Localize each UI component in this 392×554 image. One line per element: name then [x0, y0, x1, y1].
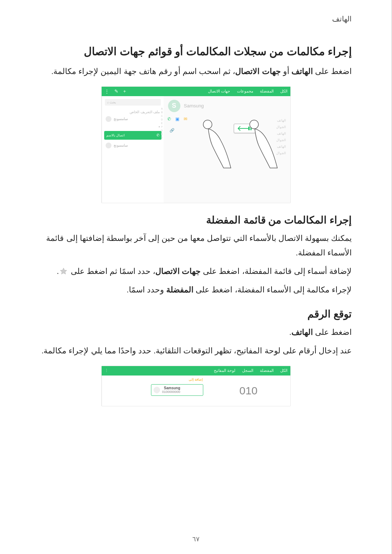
tab-favorites[interactable]: المفضلة	[260, 89, 274, 94]
prediction-pane: إضافة إلى Samsung 0100000000	[102, 376, 207, 406]
tab-keypad[interactable]: لوحة المفاتيح	[214, 368, 235, 373]
para-call-favorite: لإجراء مكالمة إلى الأسماء المفضلة، اضغط …	[40, 283, 352, 297]
bold-phone: الهاتف	[291, 328, 313, 337]
text: اضغط على	[313, 67, 352, 76]
screenshot-contacts: الكل المفضلة مجموعات جهات الاتصال + ✎ ⋮ …	[101, 86, 291, 203]
svg-rect-0	[248, 127, 250, 130]
tab-favorites[interactable]: المفضلة	[260, 368, 274, 373]
list-item[interactable]: سامسونج	[102, 141, 164, 150]
para-tap-phone: اضغط على الهاتف.	[40, 325, 352, 340]
text: .	[57, 267, 59, 276]
figure-contacts-swipe: الكل المفضلة مجموعات جهات الاتصال + ✎ ⋮ …	[40, 86, 352, 203]
text: وحدد اسمًا.	[127, 285, 166, 294]
list-group-label: ملف التعريف الخاص	[102, 108, 164, 115]
screenshot-body: Samsung S ☆ ✉ ▣ ✆ 🔗 الهاتف الجوال الهاتف…	[102, 96, 290, 203]
text: لإضافة أسماء إلى قائمة المفضلة، اضغط على	[201, 267, 352, 276]
avatar	[106, 116, 111, 122]
app-top-bar: الكل المفضلة مجموعات جهات الاتصال + ✎ ⋮	[102, 87, 290, 96]
page: الهاتف إجراء مكالمات من سجلات المكالمات …	[0, 0, 392, 554]
link-icon[interactable]: 🔗	[170, 128, 175, 133]
list-item[interactable]: سامسونج	[102, 115, 164, 123]
search-input[interactable]: بحث ⌕	[105, 99, 161, 106]
edit-icon[interactable]: ✎	[114, 89, 118, 94]
swipe-label: اتصال بالاسم	[106, 134, 125, 137]
chapter-label: الهاتف	[40, 15, 352, 25]
search-placeholder: بحث	[110, 100, 116, 104]
add-icon[interactable]: +	[123, 89, 126, 94]
bold-contacts: جهات الاتصال	[235, 67, 281, 76]
tab-log[interactable]: السجل	[242, 368, 253, 373]
bold-contacts: جهات الاتصال	[155, 267, 201, 276]
contact-detail-pane: Samsung S ☆ ✉ ▣ ✆ 🔗 الهاتف الجوال الهاتف…	[164, 96, 290, 203]
figure-dialer-prediction: الكل المفضلة السجل لوحة المفاتيح ⋮ 010 إ…	[40, 366, 352, 406]
detail-line: الهاتف	[164, 142, 290, 148]
suggestion-number: 0100000000	[162, 390, 180, 394]
text: لإجراء مكالمة إلى الأسماء المفضلة، اضغط …	[193, 285, 352, 294]
text: ، ثم اسحب اسم أو رقم هاتف جهة اليمين لإج…	[51, 67, 235, 76]
phone-icon[interactable]: ✆	[167, 116, 171, 122]
more-icon[interactable]: ⋮	[105, 368, 109, 373]
para-favorites-intro: يمكنك بسهولة الاتصال بالأسماء التي تتواص…	[40, 231, 352, 260]
alpha-index[interactable]: ABCDEFGHI	[161, 107, 163, 140]
tab-all[interactable]: الكل	[280, 89, 287, 94]
para-prediction-desc: عند إدخال أرقام على لوحة المفاتيح، تظهر …	[40, 344, 352, 358]
tab-contacts[interactable]: جهات الاتصال	[208, 89, 230, 94]
tabs-row: الكل المفضلة مجموعات جهات الاتصال	[208, 89, 287, 94]
dialer-display[interactable]: 010	[207, 376, 290, 406]
text: اضغط على	[313, 328, 352, 337]
mail-icon[interactable]: ✉	[184, 116, 187, 122]
heading-number-prediction: توقع الرقم	[40, 308, 352, 320]
heading-favorites: إجراء المكالمات من قائمة المفضلة	[40, 214, 352, 226]
contact-action-icons: ✉ ▣ ✆	[167, 116, 187, 122]
search-icon: ⌕	[107, 100, 109, 104]
suggestion-name: Samsung	[162, 386, 180, 390]
avatar	[106, 143, 111, 148]
swiped-contact-row[interactable]: ✆ اتصال بالاسم	[104, 131, 162, 140]
page-number: ٦٧	[0, 535, 392, 543]
text: أو	[281, 67, 291, 76]
star-icon	[60, 267, 68, 275]
detail-line: الجوال	[164, 122, 290, 129]
contact-list-pane: بحث ⌕ ملف التعريف الخاص سامسونج • ✆ اتصا…	[102, 96, 164, 203]
screenshot-dialer: الكل المفضلة السجل لوحة المفاتيح ⋮ 010 إ…	[101, 366, 291, 406]
tab-all[interactable]: الكل	[280, 368, 287, 373]
add-to-hint[interactable]: إضافة إلى	[106, 378, 203, 381]
list-item-label: سامسونج	[114, 143, 128, 147]
swipe-left-arrow-icon	[234, 124, 256, 133]
avatar	[154, 387, 160, 393]
bold-phone: الهاتف	[291, 67, 313, 76]
detail-line: الهاتف	[164, 129, 290, 135]
more-icon[interactable]: ⋮	[105, 89, 109, 94]
list-group-label: •	[102, 123, 164, 130]
text: ، حدد اسمًا ثم اضغط على	[68, 267, 155, 276]
app-top-bar: الكل المفضلة السجل لوحة المفاتيح ⋮	[102, 366, 290, 376]
para-add-favorite: لإضافة أسماء إلى قائمة المفضلة، اضغط على…	[40, 264, 352, 279]
detail-line: الجوال	[164, 135, 290, 142]
detail-line: الجوال	[164, 148, 290, 155]
tab-groups[interactable]: مجموعات	[237, 89, 253, 94]
list-item-label: سامسونج	[114, 117, 128, 121]
para-call-from-logs: اضغط على الهاتف أو جهات الاتصال، ثم اسحب…	[40, 64, 352, 79]
toolbar-icons: + ✎ ⋮	[105, 89, 126, 94]
video-icon[interactable]: ▣	[175, 116, 179, 122]
bold-favorites: المفضلة	[166, 285, 193, 294]
number-suggestion[interactable]: Samsung 0100000000	[151, 384, 203, 396]
heading-call-from-logs: إجراء مكالمات من سجلات المكالمات أو قوائ…	[40, 45, 352, 58]
phone-icon: ✆	[156, 133, 159, 137]
star-outline-icon[interactable]: ☆	[168, 103, 172, 108]
contact-name: Samsung	[184, 103, 204, 108]
svg-rect-1	[250, 127, 252, 130]
